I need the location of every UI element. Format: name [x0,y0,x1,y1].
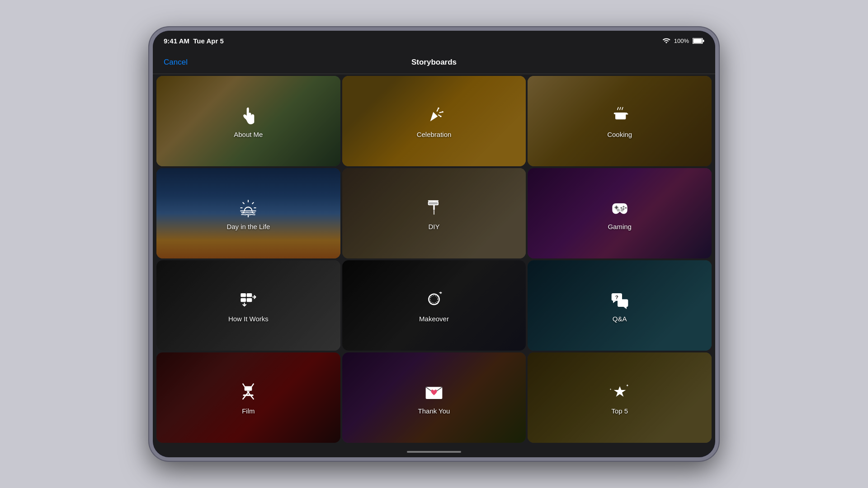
grid-item-thank-you[interactable]: Thank You [342,352,526,443]
home-bar [407,451,461,453]
svg-point-6 [440,116,441,117]
battery-icon [693,38,704,44]
status-bar: 9:41 AM Tue Apr 5 100% [153,31,715,51]
page-title: Storyboards [411,58,457,67]
svg-rect-25 [241,293,246,297]
grid-item-how-it-works[interactable]: How It Works [156,260,340,351]
svg-rect-15 [429,202,438,204]
svg-rect-10 [623,113,625,115]
qa-icon: ? [609,289,631,311]
svg-point-19 [623,206,624,207]
gamepad-icon [609,197,631,219]
grid-item-celebration[interactable]: Celebration [342,76,526,166]
grid-item-film[interactable]: Film [156,352,340,443]
svg-point-24 [620,208,623,211]
svg-rect-27 [241,298,246,301]
svg-rect-28 [247,298,252,301]
svg-point-5 [442,111,443,113]
home-indicator [153,446,715,457]
svg-rect-1 [693,38,702,43]
svg-marker-3 [430,112,438,121]
cooking-icon [609,104,631,127]
device-frame: 9:41 AM Tue Apr 5 100% Cancel Storyboard… [149,27,719,461]
film-label: Film [242,407,255,415]
grid-item-gaming[interactable]: Gaming [528,168,712,258]
nav-bar: Cancel Storyboards [153,51,715,74]
makeover-label: Makeover [419,315,449,323]
sunset-icon [237,197,259,219]
side-button [149,221,150,234]
grid-item-day-in-life[interactable]: Day in the Life [156,168,340,258]
device-screen: 9:41 AM Tue Apr 5 100% Cancel Storyboard… [153,31,715,457]
how-it-works-label: How It Works [228,315,269,323]
top-5-label: Top 5 [611,407,628,415]
grid-item-makeover[interactable]: Makeover [342,260,526,351]
celebration-icon [423,104,445,127]
svg-point-4 [438,107,439,108]
gaming-label: Gaming [608,223,632,230]
svg-rect-26 [247,293,252,297]
grid-item-qa[interactable]: ? Q&A [528,260,712,351]
mirror-icon [423,289,445,311]
svg-line-40 [243,384,245,386]
cooking-label: Cooking [607,131,632,138]
svg-rect-18 [615,206,617,209]
gears-icon [237,289,259,311]
svg-point-30 [430,296,438,303]
star-icon [609,381,631,404]
svg-rect-13 [428,200,439,202]
about-me-label: About Me [234,131,263,138]
status-time: 9:41 AM Tue Apr 5 [164,37,224,45]
svg-rect-16 [434,210,434,215]
status-right: 100% [662,37,704,45]
grid-item-top-5[interactable]: Top 5 [528,352,712,443]
day-in-life-label: Day in the Life [226,223,270,230]
svg-rect-2 [703,40,704,42]
svg-rect-9 [625,113,628,115]
diy-label: DIY [428,223,439,230]
hand-icon [237,104,259,127]
storyboard-grid: About Me Celebration [153,74,715,446]
celebration-label: Celebration [417,131,452,138]
grid-item-cooking[interactable]: Cooking [528,76,712,166]
svg-rect-36 [245,386,252,390]
grid-item-about-me[interactable]: About Me [156,76,340,166]
director-chair-icon [237,381,259,404]
svg-text:?: ? [615,294,618,300]
grid-item-diy[interactable]: DIY [342,168,526,258]
cancel-button[interactable]: Cancel [164,58,188,67]
svg-point-23 [617,208,620,211]
svg-rect-33 [618,299,628,307]
battery-percentage: 100% [674,38,689,44]
paintroller-icon [423,197,445,219]
svg-point-20 [625,206,627,208]
thank-you-label: Thank You [418,407,450,415]
svg-point-22 [620,206,622,208]
qa-label: Q&A [613,315,627,323]
svg-line-41 [252,384,254,386]
svg-marker-32 [613,300,616,303]
wifi-icon [662,37,670,45]
envelope-icon [423,381,445,404]
svg-marker-34 [623,307,627,309]
